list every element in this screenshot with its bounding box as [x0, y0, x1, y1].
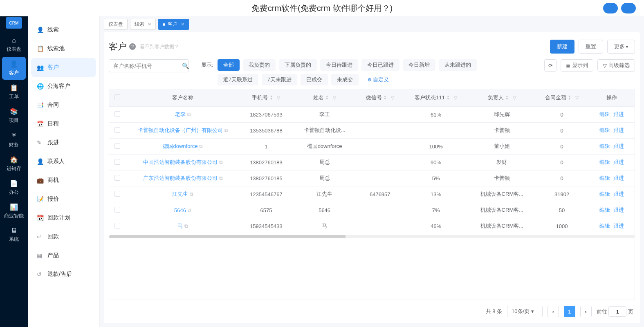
- filter-chip[interactable]: 我负责的: [243, 59, 276, 71]
- sub-nav-item[interactable]: 👥客户: [31, 58, 96, 77]
- refresh-button[interactable]: ⟳: [544, 59, 556, 72]
- goto-page-input[interactable]: [608, 306, 626, 317]
- follow-link[interactable]: 跟进: [613, 143, 624, 149]
- sub-nav-item[interactable]: ↺退款/售后: [31, 265, 96, 284]
- app-logo[interactable]: CRM: [6, 17, 22, 29]
- copy-icon[interactable]: ⧉: [184, 223, 188, 229]
- sort-icon[interactable]: ▲▼: [447, 95, 450, 100]
- edit-link[interactable]: 编辑: [599, 127, 610, 133]
- edit-link[interactable]: 编辑: [599, 191, 610, 197]
- follow-link[interactable]: 跟进: [613, 191, 624, 197]
- table-header[interactable]: 姓名▲▼▽: [292, 89, 357, 107]
- table-header[interactable]: 负责人▲▼▽: [469, 89, 535, 107]
- follow-link[interactable]: 跟进: [613, 111, 624, 117]
- filter-chip[interactable]: 下属负责的: [279, 59, 317, 71]
- page-size-select[interactable]: 10条/页 ▾: [507, 306, 543, 317]
- row-checkbox[interactable]: [114, 159, 120, 165]
- side-nav-item[interactable]: 📋工单: [2, 81, 26, 103]
- side-nav-item[interactable]: 👤客户: [2, 57, 26, 80]
- row-checkbox[interactable]: [114, 191, 120, 197]
- sub-nav-item[interactable]: 📆回款计划: [31, 208, 96, 227]
- row-checkbox[interactable]: [114, 223, 120, 228]
- sub-nav-item[interactable]: 📝报价: [31, 190, 96, 208]
- more-button[interactable]: 更多: [607, 40, 635, 54]
- follow-link[interactable]: 跟进: [613, 127, 624, 133]
- search-input-wrapper[interactable]: 🔍: [109, 59, 189, 72]
- customer-name-link[interactable]: 5646: [174, 207, 186, 213]
- tab-close-icon[interactable]: ✕: [181, 22, 184, 27]
- sort-icon[interactable]: ▲▼: [325, 95, 329, 100]
- prev-page-button[interactable]: ‹: [548, 306, 559, 317]
- row-checkbox[interactable]: [114, 127, 120, 133]
- filter-chip[interactable]: 7天未跟进: [262, 74, 297, 85]
- customer-name-link[interactable]: 江先生: [172, 191, 188, 197]
- column-filter-icon[interactable]: ▽: [391, 95, 394, 101]
- side-nav-item[interactable]: 📚项目: [2, 104, 26, 127]
- side-nav-item[interactable]: 🖥系统: [2, 224, 26, 246]
- custom-filter-chip[interactable]: 自定义: [362, 74, 395, 85]
- copy-icon[interactable]: ⧉: [187, 112, 191, 117]
- copy-icon[interactable]: ⧉: [190, 191, 193, 197]
- filter-chip[interactable]: 已成交: [301, 74, 328, 85]
- sort-icon[interactable]: ▲▼: [269, 95, 273, 100]
- filter-chip[interactable]: 今日已跟进: [361, 59, 399, 71]
- edit-link[interactable]: 编辑: [599, 207, 610, 213]
- customer-name-link[interactable]: 广东浩达智能装备股份有限公司: [143, 175, 218, 181]
- side-nav-item[interactable]: ⌂仪表盘: [2, 34, 26, 56]
- copy-icon[interactable]: ⧉: [219, 175, 223, 181]
- top-action-2[interactable]: [621, 3, 636, 13]
- table-header[interactable]: 合同金额▲▼▽: [535, 89, 589, 107]
- sub-nav-item[interactable]: ✎跟进: [31, 133, 96, 152]
- horizontal-scrollbar[interactable]: [109, 235, 635, 238]
- search-icon[interactable]: 🔍: [182, 63, 189, 69]
- filter-chip[interactable]: 未成交: [331, 74, 359, 85]
- sub-nav-item[interactable]: 📅日程: [31, 114, 96, 133]
- tab[interactable]: 仪表盘: [104, 19, 128, 30]
- customer-name-link[interactable]: 卡普顿自动化设备（广州）有限公司: [138, 127, 223, 133]
- filter-chip[interactable]: 从未跟进的: [439, 59, 477, 71]
- customer-name-link[interactable]: 中国浩达智能装备股份有限公司: [143, 159, 218, 165]
- row-checkbox[interactable]: [114, 143, 120, 149]
- top-action-1[interactable]: [603, 3, 618, 13]
- sub-nav-item[interactable]: 📋线索池: [31, 39, 96, 58]
- filter-chip[interactable]: 近7天联系过: [218, 74, 258, 85]
- copy-icon[interactable]: ⧉: [219, 159, 223, 165]
- column-filter-icon[interactable]: ▽: [454, 95, 457, 101]
- column-filter-icon[interactable]: ▽: [333, 95, 336, 101]
- customer-name-link[interactable]: 德国downforce: [163, 143, 198, 149]
- show-columns-button[interactable]: ≣显示列: [561, 59, 593, 72]
- next-page-button[interactable]: ›: [580, 306, 592, 317]
- tab-close-icon[interactable]: ✕: [148, 22, 151, 27]
- row-checkbox[interactable]: [114, 207, 120, 213]
- edit-link[interactable]: 编辑: [599, 159, 610, 165]
- column-filter-icon[interactable]: ▽: [575, 95, 579, 101]
- edit-link[interactable]: 编辑: [599, 111, 610, 117]
- copy-icon[interactable]: ⧉: [199, 143, 203, 149]
- sub-nav-item[interactable]: 💼商机: [31, 171, 96, 190]
- tab[interactable]: 客户✕: [158, 19, 189, 30]
- new-button[interactable]: 新建: [550, 40, 574, 54]
- follow-link[interactable]: 跟进: [613, 223, 624, 229]
- table-header[interactable]: 微信号▲▼▽: [357, 89, 403, 107]
- filter-chip[interactable]: 今日新增: [403, 59, 435, 71]
- side-nav-item[interactable]: 📄办公: [2, 176, 26, 199]
- sub-nav-item[interactable]: ▦产品: [31, 246, 96, 265]
- follow-link[interactable]: 跟进: [613, 159, 624, 165]
- customer-name-link[interactable]: 老李: [175, 111, 186, 117]
- sub-nav-item[interactable]: 📑合同: [31, 96, 96, 114]
- help-icon[interactable]: ?: [129, 43, 136, 50]
- follow-link[interactable]: 跟进: [613, 207, 624, 213]
- page-1-button[interactable]: 1: [564, 306, 575, 317]
- sub-nav-item[interactable]: 🌐公海客户: [31, 77, 96, 96]
- table-header[interactable]: 客户名称: [126, 89, 240, 107]
- edit-link[interactable]: 编辑: [599, 143, 610, 149]
- sort-icon[interactable]: ▲▼: [505, 95, 509, 100]
- sub-nav-item[interactable]: 👤线索: [31, 20, 96, 39]
- search-input[interactable]: [113, 63, 182, 69]
- row-checkbox[interactable]: [114, 175, 120, 181]
- select-all-checkbox[interactable]: [114, 94, 120, 100]
- table-header[interactable]: 客户状态111▲▼▽: [403, 89, 469, 107]
- side-nav-item[interactable]: 🏠进销存: [2, 152, 26, 175]
- advanced-filter-button[interactable]: ▽高级筛选: [597, 59, 635, 72]
- side-nav-item[interactable]: 📊商业智能: [2, 200, 26, 223]
